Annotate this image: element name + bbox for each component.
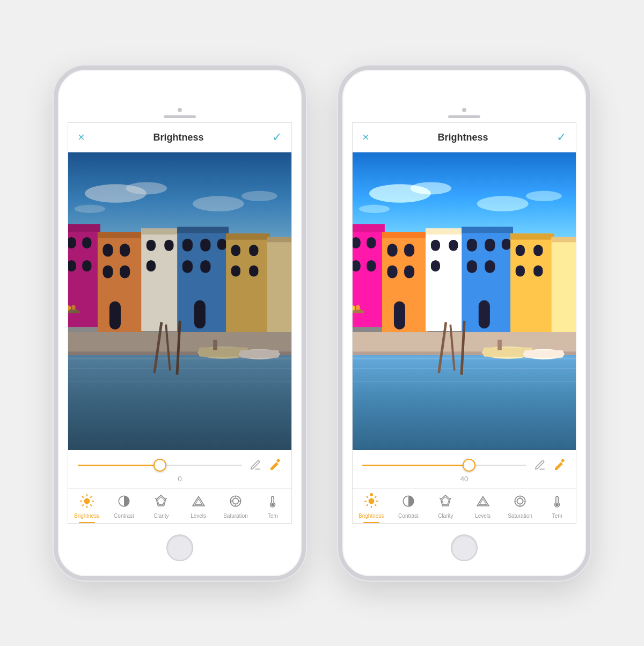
home-button-2[interactable] [451,534,478,561]
tool-clarity-1[interactable]: Clarity [143,494,180,520]
tool-levels-2[interactable]: Levels [464,494,501,520]
svg-marker-153 [442,497,449,504]
svg-point-142 [368,498,374,504]
slider-track-2[interactable] [362,465,526,466]
phone-2: × Brightness ✓ [338,65,590,581]
tool-saturation-2[interactable]: Saturation [501,494,538,520]
svg-rect-18 [120,266,130,278]
tool-saturation-1[interactable]: Saturation [217,494,254,520]
tool-clarity-2[interactable]: Clarity [427,494,464,520]
app-header-2: × Brightness ✓ [353,123,576,152]
tool-temperature-2[interactable]: Tem [539,494,576,520]
slider-thumb-2[interactable] [463,459,475,472]
svg-rect-12 [82,260,91,271]
pencil-icon-2[interactable] [534,459,546,471]
marker-icon-2[interactable] [553,459,566,472]
clarity-icon-1 [154,494,168,510]
tool-label-clarity-1: Clarity [153,513,169,519]
svg-point-85 [411,182,452,195]
svg-rect-120 [516,266,525,277]
slider-value-1: 0 [68,474,291,488]
tool-temperature-1[interactable]: Tem [254,494,291,520]
pencil-icon-1[interactable] [250,459,261,471]
svg-line-72 [166,498,167,499]
tool-label-temperature-1: Tem [268,513,278,519]
app-header-1: × Brightness ✓ [68,123,291,152]
tool-label-contrast-1: Contrast [114,513,134,519]
controls-area-1: 0 [68,450,291,523]
marker-icon-1[interactable] [269,459,282,472]
svg-line-62 [82,497,83,498]
temperature-icon-1 [266,494,280,510]
home-button-1[interactable] [166,534,193,561]
confirm-button-1[interactable]: ✓ [272,130,282,144]
tool-label-saturation-1: Saturation [223,513,248,519]
slider-fill-2 [362,465,469,466]
svg-line-66 [82,505,83,506]
svg-rect-112 [502,239,511,250]
phones-container: × Brightness ✓ [0,44,644,602]
clarity-icon-2 [438,494,452,510]
svg-rect-92 [353,237,361,248]
svg-line-63 [91,505,92,506]
photo-area-2 [353,152,576,450]
saturation-icon-2 [513,494,527,510]
camera-dot-1 [178,108,182,112]
svg-line-150 [375,497,376,498]
svg-rect-119 [533,245,543,256]
levels-icon-1 [192,494,206,510]
tool-label-clarity-2: Clarity [438,513,453,519]
svg-point-87 [526,191,562,201]
svg-rect-129 [353,381,576,382]
svg-rect-8 [68,224,100,232]
close-button-2[interactable]: × [362,130,369,144]
tool-label-levels-1: Levels [191,513,206,519]
svg-rect-110 [467,239,477,252]
top-bezel-1 [62,74,297,122]
svg-point-58 [77,306,81,311]
app-content-2: × Brightness ✓ [352,122,576,524]
top-bezel-2 [347,74,582,122]
confirm-button-2[interactable]: ✓ [557,130,566,144]
svg-rect-11 [68,260,76,271]
svg-rect-104 [426,229,464,234]
controls-area-2: 40 [353,450,576,523]
tool-levels-1[interactable]: Levels [180,494,217,520]
svg-line-156 [440,498,441,499]
slider-row-2 [353,450,576,474]
svg-line-67 [91,497,92,498]
brightness-underline-2 [363,522,379,523]
svg-point-141 [361,306,365,311]
svg-point-5 [75,205,105,213]
svg-rect-36 [249,245,258,256]
svg-rect-114 [485,260,495,273]
svg-rect-46 [68,381,291,382]
tool-label-levels-2: Levels [475,513,491,519]
photo-area-1 [68,152,291,450]
svg-rect-14 [98,232,144,238]
slider-fill-1 [78,465,160,466]
svg-rect-17 [103,266,113,278]
tool-contrast-1[interactable]: Contrast [105,494,142,520]
svg-rect-109 [462,227,513,233]
svg-rect-29 [217,239,226,250]
svg-rect-37 [231,266,240,277]
tool-brightness-1[interactable]: Brightness [68,494,105,520]
svg-rect-128 [353,368,576,369]
phone-1-shell: × Brightness ✓ [54,65,306,581]
svg-point-77 [233,498,239,504]
svg-rect-111 [485,239,495,252]
svg-line-155 [450,498,451,499]
tool-contrast-2[interactable]: Contrast [390,494,427,520]
close-button-1[interactable]: × [78,130,85,144]
svg-point-140 [356,305,360,310]
slider-track-1[interactable] [78,465,242,466]
tool-brightness-2[interactable]: Brightness [353,494,390,520]
photo-burano-2 [353,152,576,450]
svg-rect-118 [516,245,525,256]
contrast-icon-1 [117,494,131,510]
svg-rect-51 [240,350,279,357]
slider-thumb-1[interactable] [153,459,166,472]
tool-label-brightness-2: Brightness [358,513,384,519]
svg-rect-9 [68,237,76,248]
